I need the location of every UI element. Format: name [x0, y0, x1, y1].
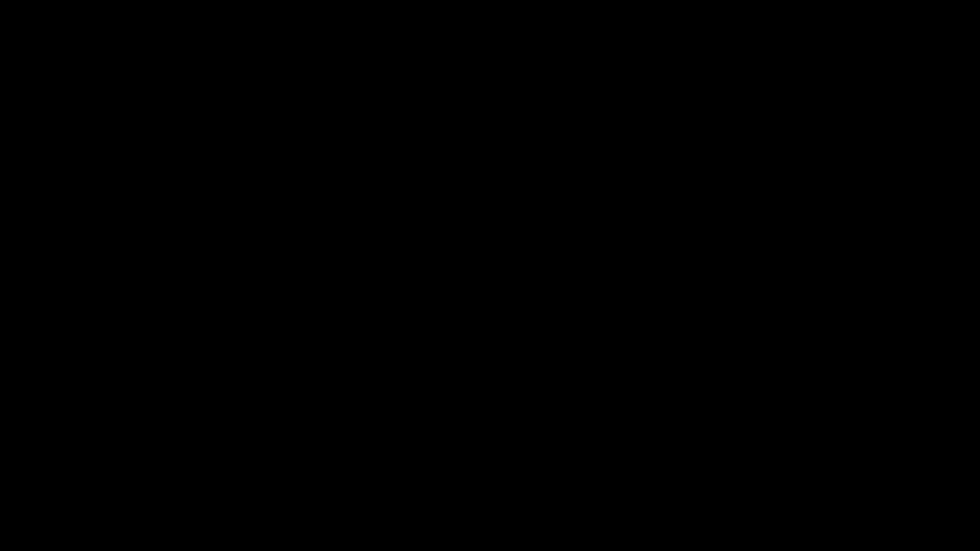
- screenshot-grid: { "labels": { "export_title": "Export te…: [0, 0, 980, 551]
